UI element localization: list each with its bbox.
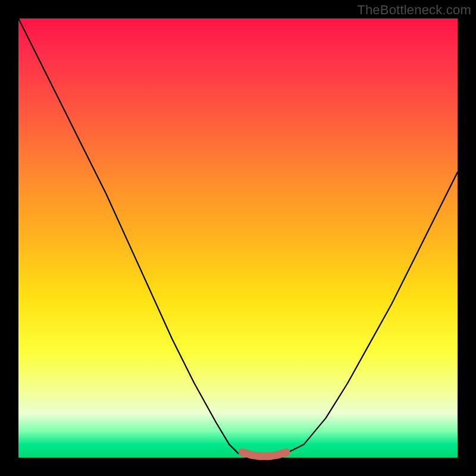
chart-svg [18, 18, 458, 458]
plot-area [18, 18, 458, 458]
chart-frame: TheBottleneck.com [0, 0, 476, 476]
bottleneck-curve [18, 18, 458, 458]
watermark-text: TheBottleneck.com [357, 2, 471, 18]
optimal-band [242, 452, 286, 456]
